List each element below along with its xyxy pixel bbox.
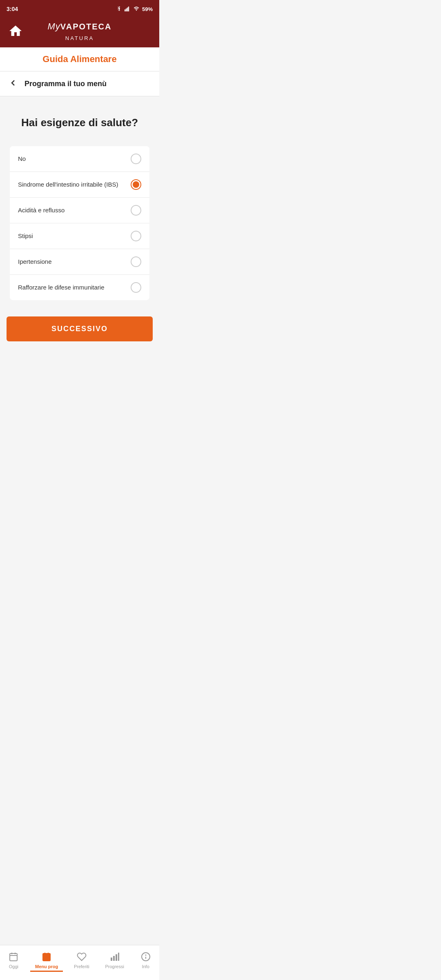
home-icon[interactable] xyxy=(8,24,23,40)
logo-natura: NATURA xyxy=(65,35,94,41)
page-title: Guida Alimentare xyxy=(8,54,151,65)
svg-rect-2 xyxy=(127,8,128,11)
radio-acidita[interactable] xyxy=(131,205,141,216)
radio-difese[interactable] xyxy=(131,282,141,293)
bluetooth-icon xyxy=(116,6,122,12)
option-label-ipertensione: Ipertensione xyxy=(18,258,131,265)
option-label-acidita: Acidità e reflusso xyxy=(18,207,131,214)
option-ipertensione[interactable]: Ipertensione xyxy=(10,249,149,275)
radio-ipertensione[interactable] xyxy=(131,256,141,267)
option-no[interactable]: No xyxy=(10,146,149,172)
option-stipsi[interactable]: Stipsi xyxy=(10,223,149,249)
option-ibs[interactable]: Sindrome dell'intestino irritabile (IBS) xyxy=(10,172,149,198)
question-text: Hai esigenze di salute? xyxy=(10,116,149,130)
option-label-no: No xyxy=(18,155,131,162)
page-title-bar: Guida Alimentare xyxy=(0,47,159,71)
app-header: MyVAPOTECANATURA xyxy=(0,18,159,47)
app-logo: MyVAPOTECANATURA xyxy=(48,21,112,42)
option-difese[interactable]: Rafforzare le difese immunitarie xyxy=(10,275,149,300)
option-acidita[interactable]: Acidità e reflusso xyxy=(10,198,149,223)
successivo-button[interactable]: SUCCESSIVO xyxy=(7,316,153,341)
status-time: 3:04 xyxy=(7,6,18,12)
signal-icon xyxy=(124,6,131,12)
sub-header-title: Programma il tuo menù xyxy=(24,80,107,88)
logo-apoteca: VAPOTECA xyxy=(60,22,112,31)
option-label-ibs: Sindrome dell'intestino irritabile (IBS) xyxy=(18,181,131,188)
radio-stipsi[interactable] xyxy=(131,231,141,241)
battery-text: 59% xyxy=(142,6,153,12)
main-content: Hai esigenze di salute? NoSindrome dell'… xyxy=(0,100,159,308)
radio-no[interactable] xyxy=(131,154,141,164)
status-bar: 3:04 59% xyxy=(0,0,159,18)
option-label-stipsi: Stipsi xyxy=(18,232,131,239)
svg-rect-3 xyxy=(128,7,129,11)
svg-rect-1 xyxy=(126,9,127,11)
svg-rect-0 xyxy=(125,9,125,11)
wifi-icon xyxy=(133,6,140,12)
back-button[interactable] xyxy=(8,78,18,89)
options-list: NoSindrome dell'intestino irritabile (IB… xyxy=(10,146,149,300)
logo-my: My xyxy=(48,21,60,31)
radio-ibs[interactable] xyxy=(131,179,141,190)
status-icons: 59% xyxy=(116,6,153,12)
sub-header: Programma il tuo menù xyxy=(0,71,159,96)
option-label-difese: Rafforzare le difese immunitarie xyxy=(18,284,131,291)
